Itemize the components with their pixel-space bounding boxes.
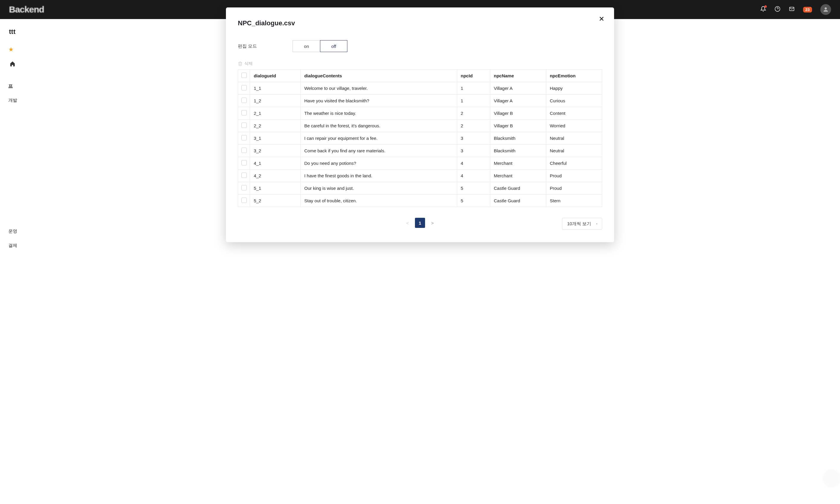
cell-npcId: 3 bbox=[457, 132, 490, 145]
row-checkbox-cell bbox=[238, 169, 250, 182]
table-row[interactable]: 1_2Have you visited the blacksmith?1Vill… bbox=[238, 95, 602, 107]
cell-dialogueContents: Have you visited the blacksmith? bbox=[301, 95, 457, 107]
row-checkbox[interactable] bbox=[241, 198, 247, 203]
cell-dialogueId: 2_1 bbox=[250, 107, 301, 120]
cell-npcId: 4 bbox=[457, 169, 490, 182]
row-checkbox[interactable] bbox=[241, 148, 247, 153]
cell-npcEmotion: Curious bbox=[546, 95, 602, 107]
row-checkbox-cell bbox=[238, 145, 250, 157]
row-checkbox[interactable] bbox=[241, 185, 247, 191]
pager-prev[interactable]: < bbox=[402, 218, 413, 228]
cell-npcName: Blacksmith bbox=[490, 132, 546, 145]
cell-dialogueId: 5_1 bbox=[250, 182, 301, 195]
table-row[interactable]: 4_1Do you need any potions?4MerchantChee… bbox=[238, 157, 602, 169]
pager-current[interactable]: 1 bbox=[415, 218, 425, 228]
cell-dialogueContents: Stay out of trouble, citizen. bbox=[301, 195, 457, 207]
cell-npcName: Villager B bbox=[490, 120, 546, 132]
table-header-row: dialogueId dialogueContents npcId npcNam… bbox=[238, 70, 602, 82]
cell-dialogueId: 4_2 bbox=[250, 169, 301, 182]
cell-dialogueContents: Come back if you find any rare materials… bbox=[301, 145, 457, 157]
cell-npcName: Villager A bbox=[490, 95, 546, 107]
row-checkbox-cell bbox=[238, 95, 250, 107]
cell-npcId: 2 bbox=[457, 120, 490, 132]
cell-npcEmotion: Proud bbox=[546, 169, 602, 182]
select-all-cell bbox=[238, 70, 250, 82]
row-checkbox[interactable] bbox=[241, 135, 247, 140]
cell-npcId: 4 bbox=[457, 157, 490, 169]
cell-dialogueId: 2_2 bbox=[250, 120, 301, 132]
row-checkbox[interactable] bbox=[241, 85, 247, 90]
cell-npcId: 2 bbox=[457, 107, 490, 120]
cell-npcId: 3 bbox=[457, 145, 490, 157]
delete-button[interactable]: 삭제 bbox=[238, 61, 602, 66]
cell-npcId: 5 bbox=[457, 182, 490, 195]
edit-mode-row: 편집 모드 on off bbox=[238, 40, 602, 52]
row-checkbox-cell bbox=[238, 82, 250, 95]
cell-npcName: Villager A bbox=[490, 82, 546, 95]
row-checkbox-cell bbox=[238, 107, 250, 120]
table-row[interactable]: 5_2Stay out of trouble, citizen.5Castle … bbox=[238, 195, 602, 207]
modal-footer: < 1 > 10개씩 보기 bbox=[238, 218, 602, 228]
cell-npcEmotion: Content bbox=[546, 107, 602, 120]
cell-npcEmotion: Cheerful bbox=[546, 157, 602, 169]
cell-dialogueContents: Be careful in the forest, it's dangerous… bbox=[301, 120, 457, 132]
col-npcName: npcName bbox=[490, 70, 546, 82]
cell-npcEmotion: Happy bbox=[546, 82, 602, 95]
toggle-on-button[interactable]: on bbox=[293, 40, 320, 52]
edit-mode-label: 편집 모드 bbox=[238, 43, 257, 49]
row-checkbox[interactable] bbox=[241, 110, 247, 115]
cell-dialogueId: 3_1 bbox=[250, 132, 301, 145]
cell-npcEmotion: Neutral bbox=[546, 132, 602, 145]
cell-npcEmotion: Stern bbox=[546, 195, 602, 207]
col-dialogueContents: dialogueContents bbox=[301, 70, 457, 82]
pager-next[interactable]: > bbox=[427, 218, 438, 228]
row-checkbox[interactable] bbox=[241, 97, 247, 103]
row-checkbox-cell bbox=[238, 132, 250, 145]
toggle-off-button[interactable]: off bbox=[320, 40, 347, 52]
row-checkbox-cell bbox=[238, 157, 250, 169]
row-checkbox[interactable] bbox=[241, 173, 247, 178]
select-all-checkbox[interactable] bbox=[241, 73, 247, 78]
cell-dialogueId: 5_2 bbox=[250, 195, 301, 207]
cell-dialogueContents: The weather is nice today. bbox=[301, 107, 457, 120]
row-checkbox[interactable] bbox=[241, 160, 247, 165]
row-checkbox-cell bbox=[238, 195, 250, 207]
cell-npcName: Blacksmith bbox=[490, 145, 546, 157]
cell-dialogueId: 1_1 bbox=[250, 82, 301, 95]
col-npcId: npcId bbox=[457, 70, 490, 82]
edit-mode-toggle: on off bbox=[293, 40, 347, 52]
cell-dialogueContents: I can repair your equipment for a fee. bbox=[301, 132, 457, 145]
table-row[interactable]: 3_2Come back if you find any rare materi… bbox=[238, 145, 602, 157]
data-table: dialogueId dialogueContents npcId npcNam… bbox=[238, 69, 602, 207]
trash-icon bbox=[238, 61, 243, 66]
cell-npcName: Merchant bbox=[490, 169, 546, 182]
row-checkbox-cell bbox=[238, 120, 250, 132]
modal-title: NPC_dialogue.csv bbox=[238, 19, 602, 27]
cell-dialogueId: 3_2 bbox=[250, 145, 301, 157]
table-row[interactable]: 3_1I can repair your equipment for a fee… bbox=[238, 132, 602, 145]
table-row[interactable]: 2_2Be careful in the forest, it's danger… bbox=[238, 120, 602, 132]
table-row[interactable]: 2_1The weather is nice today.2Villager B… bbox=[238, 107, 602, 120]
pagination: < 1 > bbox=[402, 218, 438, 228]
table-row[interactable]: 4_2I have the finest goods in the land.4… bbox=[238, 169, 602, 182]
cell-dialogueContents: I have the finest goods in the land. bbox=[301, 169, 457, 182]
chevron-down-icon bbox=[595, 221, 598, 227]
col-dialogueId: dialogueId bbox=[250, 70, 301, 82]
cell-npcName: Castle Guard bbox=[490, 195, 546, 207]
table-row[interactable]: 5_1Our king is wise and just.5Castle Gua… bbox=[238, 182, 602, 195]
page-size-select[interactable]: 10개씩 보기 bbox=[562, 218, 602, 230]
page-size-label: 10개씩 보기 bbox=[567, 221, 591, 227]
table-row[interactable]: 1_1Welcome to our village, traveler.1Vil… bbox=[238, 82, 602, 95]
row-checkbox-cell bbox=[238, 182, 250, 195]
cell-npcEmotion: Neutral bbox=[546, 145, 602, 157]
close-icon[interactable] bbox=[599, 16, 605, 23]
cell-dialogueId: 4_1 bbox=[250, 157, 301, 169]
delete-label: 삭제 bbox=[244, 61, 253, 66]
cell-npcName: Castle Guard bbox=[490, 182, 546, 195]
cell-dialogueId: 1_2 bbox=[250, 95, 301, 107]
row-checkbox[interactable] bbox=[241, 123, 247, 128]
cell-npcName: Villager B bbox=[490, 107, 546, 120]
cell-dialogueContents: Welcome to our village, traveler. bbox=[301, 82, 457, 95]
cell-npcEmotion: Proud bbox=[546, 182, 602, 195]
cell-npcId: 1 bbox=[457, 82, 490, 95]
